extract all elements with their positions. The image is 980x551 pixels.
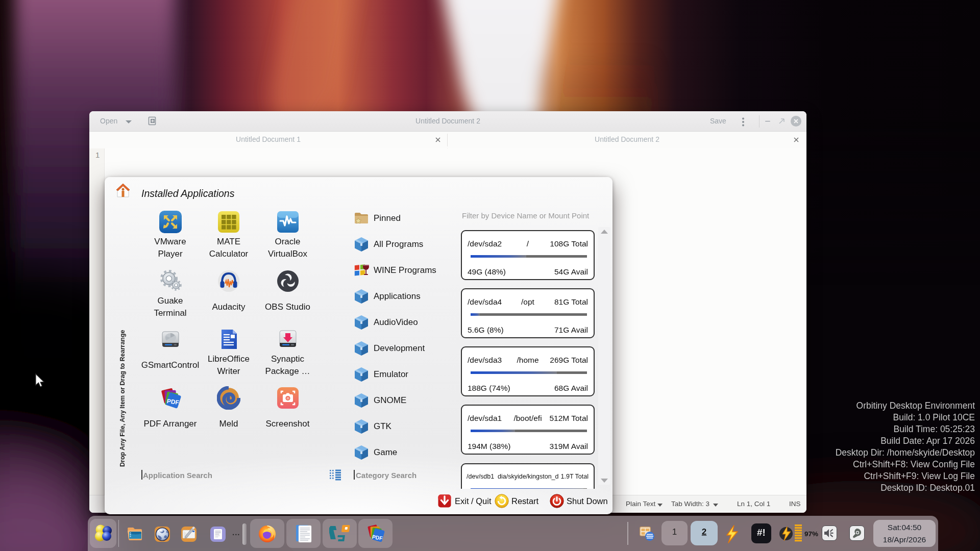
svg-text:PDF: PDF: [372, 534, 383, 542]
